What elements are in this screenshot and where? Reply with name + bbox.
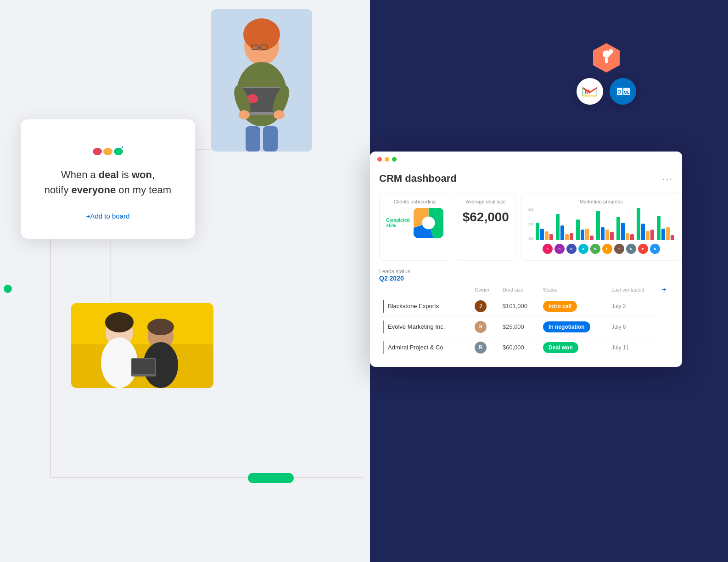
bar-segment [565, 234, 569, 240]
green-node-dot [4, 285, 12, 293]
window-dot-1 [377, 157, 382, 162]
col-status: Status [539, 284, 608, 296]
col-company [379, 284, 471, 296]
monday-logo: . [39, 141, 177, 156]
bar-segment [585, 229, 589, 240]
bar-segment [626, 233, 629, 240]
stats-row: Clients onboarding Completed 45% [379, 192, 673, 261]
bar-segment [657, 216, 661, 240]
clients-onboarding-label: Clients onboarding [386, 199, 443, 204]
bar-segment [590, 236, 594, 240]
bar-y-labels: 300 200 100 [528, 208, 534, 240]
pie-container: Completed 45% [386, 208, 443, 238]
outlook-icon: O OL [610, 78, 636, 105]
bar-segment [616, 217, 620, 240]
bar-segment [581, 230, 584, 240]
completed-label: Completed [386, 218, 410, 223]
col-owner: Owner [471, 284, 499, 296]
deal-size-cell: $25,000 [499, 316, 539, 337]
avatar: S [554, 244, 565, 254]
svg-text:OL: OL [624, 90, 630, 95]
woman-photo [211, 9, 312, 152]
bar-segment [605, 230, 609, 240]
svg-text:.: . [121, 141, 123, 150]
crm-window: CRM dashboard ··· Clients onboarding Com… [370, 152, 682, 367]
owner-cell: R [471, 337, 499, 358]
window-titlebar [370, 152, 682, 165]
men-photo [71, 303, 213, 388]
company-cell: Evolve Marketing Inc. [379, 316, 471, 337]
average-deal-size-card: Average deal size $62,000 [456, 192, 516, 261]
leads-table: Owner Deal size Status Last contacted + … [379, 284, 673, 358]
last-contacted-cell: July 6 [608, 316, 658, 337]
bar-segment [545, 231, 549, 240]
bar-group [536, 223, 553, 240]
owner-cell: J [471, 296, 499, 316]
automation-text: When a deal is won, notify everyone on m… [39, 167, 177, 197]
table-header-row: Owner Deal size Status Last contacted + [379, 284, 673, 296]
svg-text:M: M [585, 88, 590, 95]
crm-more-icon[interactable]: ··· [662, 174, 673, 184]
svg-point-41 [609, 49, 613, 54]
avatar: R [566, 244, 577, 254]
hubspot-icon [590, 41, 622, 73]
bar-segment [661, 229, 665, 240]
last-contacted-cell: July 11 [608, 337, 658, 358]
marketing-progress-card: Marketing progress 300 200 100 JSRAMCTKP… [521, 192, 681, 261]
bar-segment [630, 234, 634, 240]
bar-segment [641, 224, 645, 240]
bar-group [576, 219, 594, 240]
col-add[interactable]: + [658, 284, 673, 296]
window-dot-3 [392, 157, 397, 162]
table-row: Admiral Project & Co R$60,000Deal wonJul… [379, 337, 673, 358]
svg-point-22 [274, 110, 285, 119]
avatar: K [626, 244, 636, 254]
clients-onboarding-card: Clients onboarding Completed 45% [379, 192, 450, 261]
gmail-icon: M [577, 78, 603, 105]
window-dot-2 [385, 157, 389, 162]
bar-chart [536, 208, 674, 240]
bar-group [616, 217, 634, 240]
col-last-contacted: Last contacted [608, 284, 658, 296]
automation-card: . When a deal is won, notify everyone on… [21, 119, 195, 239]
company-name: Blackstone Exports [388, 303, 439, 309]
svg-point-37 [415, 210, 441, 236]
leads-header: Leads status Q2 2020 [379, 268, 673, 282]
bar-segment [637, 208, 640, 240]
avg-deal-value: $62,000 [463, 210, 509, 225]
status-cell: Intro call [539, 296, 608, 316]
svg-rect-23 [246, 126, 260, 152]
bar-segment [570, 233, 573, 240]
svg-rect-34 [132, 359, 155, 374]
deal-size-cell: $101,000 [499, 296, 539, 316]
avatar: T [614, 244, 624, 254]
status-cell: Deal won [539, 337, 608, 358]
bar-segment [536, 223, 539, 240]
svg-point-28 [105, 312, 134, 332]
bar-segment [646, 231, 650, 240]
svg-rect-40 [605, 58, 608, 63]
table-row: Blackstone Exports J$101,000Intro callJu… [379, 296, 673, 316]
marketing-label: Marketing progress [528, 199, 674, 204]
bar-chart-wrapper: 300 200 100 [528, 208, 674, 240]
bar-segment [621, 223, 625, 240]
svg-rect-24 [263, 126, 278, 152]
avatar: N [650, 244, 660, 254]
svg-rect-42 [605, 53, 611, 55]
svg-text:O: O [617, 89, 622, 95]
integration-icons: M O OL [577, 41, 636, 105]
add-to-board-link[interactable]: +Add to board [86, 212, 130, 220]
bar-group [637, 208, 654, 240]
bar-segment [596, 211, 600, 240]
avatar: A [578, 244, 588, 254]
avatar: M [590, 244, 600, 254]
owner-cell: S [471, 316, 499, 337]
avatar: C [602, 244, 612, 254]
bar-group [596, 211, 614, 240]
bar-segment [666, 227, 670, 240]
pie-chart [414, 208, 443, 238]
svg-point-21 [239, 110, 250, 119]
leads-period: Q2 2020 [379, 275, 673, 282]
company-name: Admiral Project & Co [388, 344, 443, 351]
bar-segment [671, 235, 674, 240]
